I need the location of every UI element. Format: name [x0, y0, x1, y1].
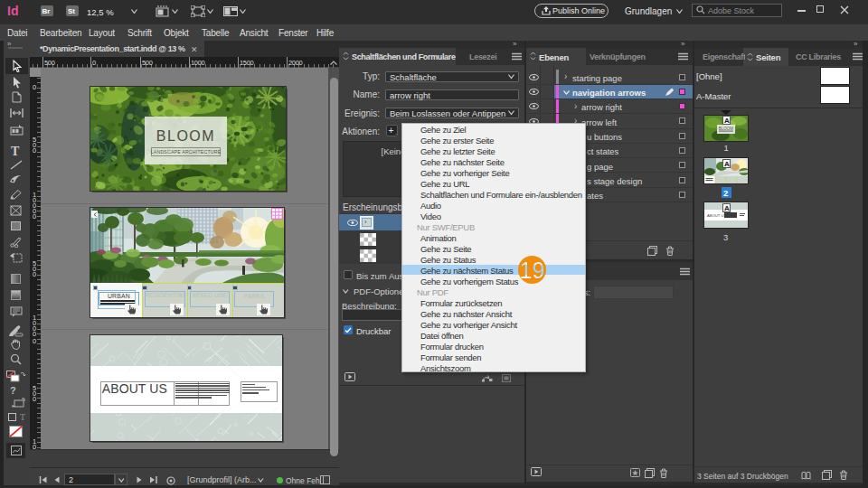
svg-text:ABOUT US: ABOUT US: [707, 213, 727, 218]
svg-text:.: .: [810, 475, 812, 480]
svg-text:BLOOM: BLOOM: [719, 126, 734, 130]
